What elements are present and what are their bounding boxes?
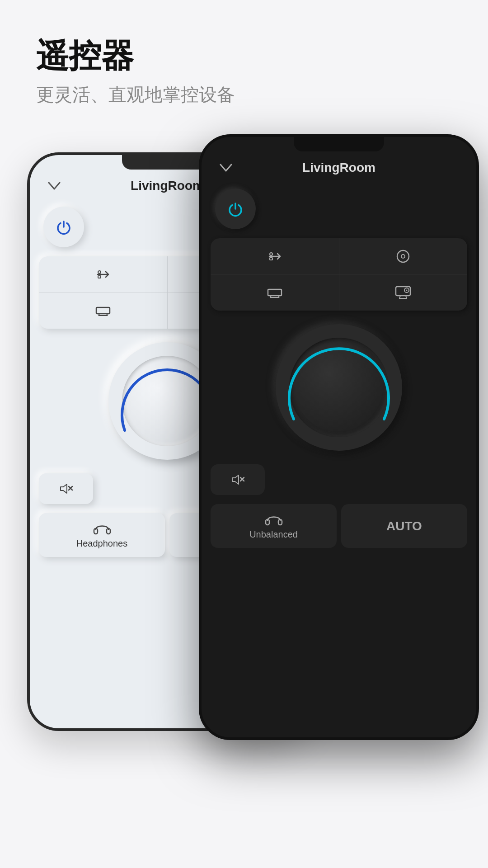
grid-row-2-dark (211, 274, 467, 311)
headphones-label-light: Headphones (76, 538, 127, 549)
header: 遥控器 更灵活、直观地掌控设备 (0, 0, 488, 125)
svg-rect-17 (270, 258, 272, 260)
svg-point-18 (397, 250, 409, 262)
vol-up-button-dark (199, 236, 202, 264)
svg-rect-20 (268, 289, 282, 296)
usb-input-dark[interactable] (211, 238, 339, 274)
notch-dark (294, 137, 384, 151)
mute-button-light[interactable] (39, 473, 93, 504)
room-name-dark: LivingRoom (302, 160, 375, 175)
svg-point-27 (406, 290, 408, 291)
vol-down-button-dark (199, 273, 202, 309)
chevron-icon-light[interactable] (48, 179, 61, 193)
svg-point-0 (98, 271, 101, 274)
input-grid-dark (211, 238, 467, 311)
knob-section-dark (202, 315, 476, 460)
page: 遥控器 更灵活、直观地掌控设备 LivingRoom (0, 0, 488, 868)
hdmi-input-light[interactable] (39, 292, 168, 329)
mute-section-dark (202, 460, 476, 500)
auto-output-dark[interactable]: AUTO (341, 504, 467, 548)
cd-input-dark[interactable] (339, 238, 468, 274)
power-button-dark[interactable] (215, 189, 256, 229)
chevron-icon-dark[interactable] (220, 160, 232, 175)
usb-input-light[interactable] (39, 256, 168, 292)
page-title: 遥控器 (36, 36, 452, 75)
output-section-dark: Unbalanced AUTO (202, 500, 476, 552)
phone-header-dark: LivingRoom (202, 151, 476, 184)
svg-point-19 (401, 255, 405, 258)
headphones-label-dark: Unbalanced (249, 529, 298, 540)
mute-button-dark[interactable] (211, 464, 265, 495)
volume-knob-dark[interactable] (276, 324, 402, 451)
phone-dark: LivingRoom (199, 134, 479, 740)
svg-rect-1 (98, 276, 101, 278)
svg-rect-4 (96, 307, 110, 314)
page-subtitle: 更灵活、直观地掌控设备 (36, 82, 452, 107)
headphones-output-dark[interactable]: Unbalanced (211, 504, 337, 548)
svg-point-16 (270, 253, 272, 255)
grid-row-1-dark (211, 238, 467, 274)
room-name-light: LivingRoom (131, 179, 204, 193)
display-input-dark[interactable] (339, 274, 468, 311)
hdmi-input-dark[interactable] (211, 274, 339, 311)
headphones-output-light[interactable]: Headphones (39, 513, 165, 557)
power-section-dark (202, 184, 476, 234)
phones-container: LivingRoom (0, 134, 488, 790)
power-button-light[interactable] (43, 207, 84, 247)
vol-up-button-light (27, 255, 30, 282)
power-side-button-dark (476, 250, 479, 286)
screen-dark: LivingRoom (202, 151, 476, 737)
vol-down-button-light (27, 291, 30, 327)
auto-label-dark: AUTO (386, 519, 422, 533)
